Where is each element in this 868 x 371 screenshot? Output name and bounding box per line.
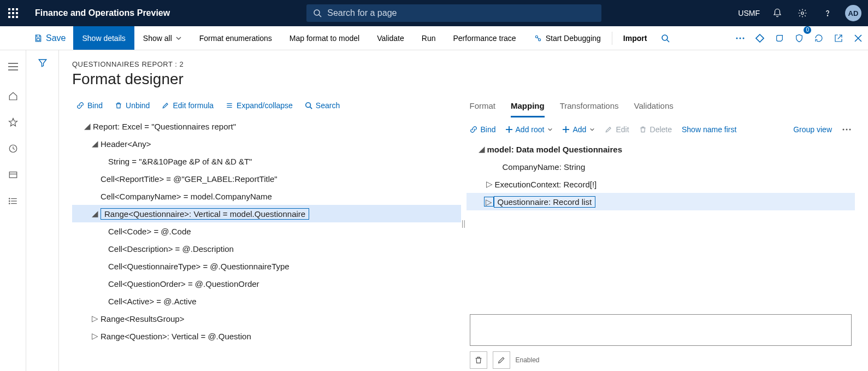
cmd-search-button[interactable] xyxy=(656,28,675,48)
collapse-icon[interactable]: ◢ xyxy=(82,121,93,131)
rail-modules-button[interactable] xyxy=(7,195,20,208)
collapse-icon[interactable]: ◢ xyxy=(90,209,101,219)
rail-favorites-button[interactable] xyxy=(7,116,20,129)
show-all-button[interactable]: Show all xyxy=(134,26,191,50)
tab-validations[interactable]: Validations xyxy=(634,101,673,117)
tree-node[interactable]: Cell<ReportTitle> = @"GER_LABEL:ReportTi… xyxy=(72,170,461,187)
chevron-down-icon xyxy=(589,127,595,132)
app-launcher-button[interactable] xyxy=(0,8,26,18)
tree-node[interactable]: Cell<Active> = @.Active xyxy=(72,292,461,310)
add-button[interactable]: Add xyxy=(563,125,595,134)
left-toolbar: Bind Unbind Edit formula Expand/collapse xyxy=(72,99,461,117)
tab-transformations[interactable]: Transformations xyxy=(560,101,619,117)
diamond-icon xyxy=(755,34,764,43)
bind-button[interactable]: Bind xyxy=(76,101,103,110)
expand-icon[interactable]: ▷ xyxy=(484,197,494,207)
show-name-first-button[interactable]: Show name first xyxy=(682,125,736,134)
tree-node[interactable]: ◢Header<Any> xyxy=(72,135,461,152)
tree-node[interactable]: ◢model: Data model Questionnaires xyxy=(467,140,855,158)
import-button[interactable]: Import xyxy=(615,26,656,50)
bell-icon xyxy=(772,8,782,18)
tree-node[interactable]: ▷ExecutionContext: Record[!] xyxy=(467,175,855,193)
start-debugging-button[interactable]: Start Debugging xyxy=(525,26,610,50)
cmd-close-button[interactable] xyxy=(848,28,868,48)
svg-point-2 xyxy=(801,12,804,15)
expand-icon[interactable]: ▷ xyxy=(484,179,495,189)
performance-trace-button[interactable]: Performance trace xyxy=(444,26,524,50)
link-icon xyxy=(76,102,84,109)
ellipsis-icon xyxy=(735,37,745,40)
company-picker[interactable]: USMF xyxy=(738,9,760,17)
validate-button[interactable]: Validate xyxy=(368,26,413,50)
tree-search-button[interactable]: Search xyxy=(305,101,340,110)
badge-count: 0 xyxy=(804,26,811,34)
shield-icon xyxy=(795,33,804,43)
run-button[interactable]: Run xyxy=(413,26,445,50)
rail-recent-button[interactable] xyxy=(7,142,20,155)
expand-icon[interactable]: ▷ xyxy=(90,331,101,341)
collapse-icon[interactable]: ◢ xyxy=(90,139,101,149)
formula-actions: Enabled xyxy=(467,349,855,371)
edit-formula-button[interactable]: Edit formula xyxy=(162,101,214,110)
collapse-icon[interactable]: ◢ xyxy=(476,144,487,154)
help-button[interactable] xyxy=(820,5,835,21)
pane-splitter[interactable]: || xyxy=(461,99,467,371)
tree-node[interactable]: Cell<CompanyName> = model.CompanyName xyxy=(72,187,461,205)
group-view-button[interactable]: Group view xyxy=(793,125,832,134)
tree-node[interactable]: Cell<QuestionnaireType> = @.Questionnair… xyxy=(72,257,461,275)
tree-node-selected[interactable]: ▷Questionnaire: Record list xyxy=(467,193,855,210)
svg-point-36 xyxy=(846,129,848,131)
svg-point-24 xyxy=(9,201,10,202)
attachment-icon xyxy=(775,34,784,43)
save-button[interactable]: Save xyxy=(26,26,73,50)
user-avatar[interactable]: AD xyxy=(845,5,861,21)
filter-button[interactable] xyxy=(38,58,48,371)
rail-expand-button[interactable] xyxy=(0,57,26,76)
notifications-button[interactable] xyxy=(770,5,785,21)
command-bar: Save Show details Show all Format enumer… xyxy=(0,26,868,50)
link-icon xyxy=(470,126,477,133)
cmd-refresh-button[interactable] xyxy=(809,28,829,48)
expand-icon[interactable]: ▷ xyxy=(90,314,101,323)
formula-delete-button[interactable] xyxy=(470,351,487,369)
clock-icon xyxy=(8,144,18,154)
unbind-button[interactable]: Unbind xyxy=(115,101,150,110)
tree-node[interactable]: Cell<QuestionOrder> = @.QuestionOrder xyxy=(72,275,461,292)
tree-node-selected[interactable]: ◢Range<Questionnaire>: Vertical = model.… xyxy=(72,205,461,222)
left-rail xyxy=(0,50,26,371)
format-enumerations-button[interactable]: Format enumerations xyxy=(191,26,281,50)
cmd-more-button[interactable] xyxy=(730,28,750,48)
tree-node[interactable]: String = "&R&10Page &P of &N &D &T" xyxy=(72,152,461,170)
cmd-messages-button[interactable]: 0 xyxy=(789,28,809,48)
tree-node[interactable]: ◢Report: Excel = "Questionnaires report" xyxy=(72,117,461,135)
formula-edit-button[interactable] xyxy=(493,351,510,369)
expand-collapse-button[interactable]: Expand/collapse xyxy=(226,101,293,110)
format-tree-pane: Bind Unbind Edit formula Expand/collapse xyxy=(72,99,461,371)
tree-node[interactable]: Cell<Description> = @.Description xyxy=(72,240,461,257)
map-format-to-model-button[interactable]: Map format to model xyxy=(281,26,368,50)
chevron-down-icon xyxy=(175,35,182,42)
tree-node[interactable]: CompanyName: String xyxy=(467,158,855,175)
cmd-popout-button[interactable] xyxy=(829,28,848,48)
tab-format[interactable]: Format xyxy=(470,101,496,117)
tree-node[interactable]: ▷Range<ResultsGroup> xyxy=(72,310,461,327)
add-root-button[interactable]: Add root xyxy=(506,125,553,134)
right-bind-button[interactable]: Bind xyxy=(470,125,496,134)
rail-workspaces-button[interactable] xyxy=(7,168,20,181)
tree-node[interactable]: ▷Range<Question>: Vertical = @.Question xyxy=(72,327,461,345)
tree-node[interactable]: Cell<Code> = @.Code xyxy=(72,222,461,240)
rail-home-button[interactable] xyxy=(7,90,20,103)
waffle-icon xyxy=(8,8,18,18)
trash-icon xyxy=(474,356,483,364)
pencil-icon xyxy=(605,126,612,133)
pencil-icon xyxy=(162,102,169,109)
cmd-attach-button[interactable] xyxy=(770,28,789,48)
show-details-button[interactable]: Show details xyxy=(73,26,134,50)
global-search[interactable]: Search for a page xyxy=(306,4,601,22)
right-more-button[interactable] xyxy=(842,128,852,131)
global-header: Finance and Operations Preview Search fo… xyxy=(0,0,868,26)
tab-mapping[interactable]: Mapping xyxy=(511,101,545,117)
settings-button[interactable] xyxy=(795,5,810,21)
formula-box[interactable] xyxy=(470,314,852,346)
cmd-diamond-button[interactable] xyxy=(750,28,770,48)
